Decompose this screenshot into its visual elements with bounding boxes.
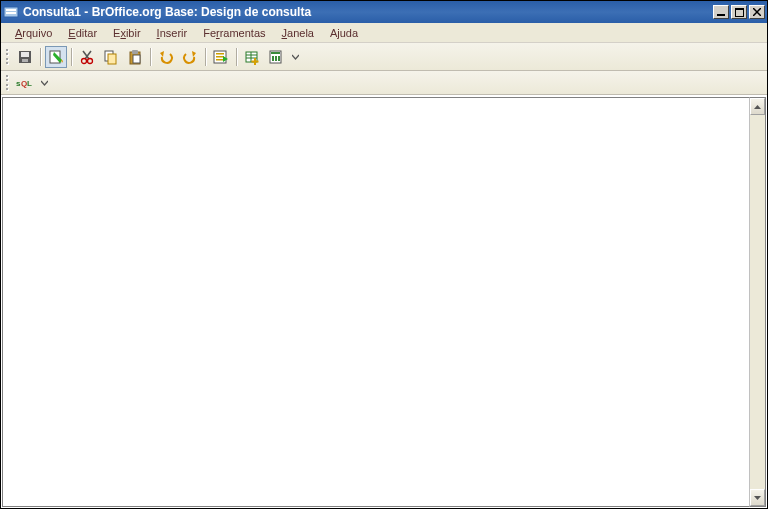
svg-rect-16 bbox=[105, 51, 113, 61]
close-button[interactable] bbox=[749, 5, 765, 19]
redo-button[interactable] bbox=[179, 46, 201, 68]
add-table-icon bbox=[244, 49, 260, 65]
menu-editar[interactable]: Editar bbox=[60, 25, 105, 41]
add-table-button[interactable] bbox=[241, 46, 263, 68]
undo-icon bbox=[158, 49, 174, 65]
svg-rect-2 bbox=[6, 12, 16, 14]
design-canvas[interactable] bbox=[2, 97, 749, 507]
app-icon bbox=[3, 4, 19, 20]
paste-button[interactable] bbox=[124, 46, 146, 68]
svg-rect-17 bbox=[108, 54, 116, 64]
toolbar-overflow-button[interactable] bbox=[290, 46, 300, 68]
cut-button[interactable] bbox=[76, 46, 98, 68]
toolbar-grip[interactable] bbox=[5, 74, 9, 92]
edit-mode-button[interactable] bbox=[45, 46, 67, 68]
menu-ferramentas[interactable]: Ferramentas bbox=[195, 25, 273, 41]
run-sql-direct-button[interactable]: s Q L bbox=[14, 72, 36, 94]
menu-ajuda[interactable]: Ajuda bbox=[322, 25, 366, 41]
sql-toolbar: s Q L bbox=[1, 71, 767, 95]
svg-rect-35 bbox=[278, 56, 280, 61]
run-sql-direct-icon: s Q L bbox=[15, 75, 35, 91]
functions-button[interactable] bbox=[265, 46, 287, 68]
menu-inserir[interactable]: Inserir bbox=[149, 25, 196, 41]
svg-rect-30 bbox=[252, 60, 259, 62]
svg-line-6 bbox=[753, 8, 761, 16]
menubar: Arquivo Editar Exibir Inserir Ferramenta… bbox=[1, 23, 767, 43]
svg-rect-10 bbox=[22, 59, 28, 62]
save-icon bbox=[17, 49, 33, 65]
redo-icon bbox=[182, 49, 198, 65]
window-title: Consulta1 - BrOffice.org Base: Design de… bbox=[23, 5, 711, 19]
minimize-button[interactable] bbox=[713, 5, 729, 19]
edit-mode-icon bbox=[48, 49, 64, 65]
svg-rect-32 bbox=[271, 52, 280, 54]
svg-rect-24 bbox=[216, 59, 224, 61]
svg-rect-34 bbox=[275, 56, 277, 61]
toolbar-separator bbox=[150, 48, 151, 66]
run-query-button[interactable] bbox=[210, 46, 232, 68]
svg-point-15 bbox=[88, 58, 93, 63]
query-design-area bbox=[1, 95, 767, 508]
copy-icon bbox=[103, 49, 119, 65]
toolbar-separator bbox=[236, 48, 237, 66]
toolbar-separator bbox=[205, 48, 206, 66]
svg-rect-23 bbox=[216, 56, 224, 58]
svg-rect-4 bbox=[735, 8, 743, 16]
vertical-scrollbar[interactable] bbox=[749, 97, 766, 507]
menu-janela[interactable]: Janela bbox=[274, 25, 322, 41]
svg-text:Q: Q bbox=[21, 79, 27, 88]
svg-line-13 bbox=[85, 51, 91, 59]
svg-rect-20 bbox=[133, 55, 140, 63]
svg-rect-21 bbox=[214, 51, 226, 63]
functions-icon bbox=[268, 49, 284, 65]
svg-rect-5 bbox=[735, 8, 744, 10]
svg-rect-19 bbox=[132, 50, 138, 54]
maximize-button[interactable] bbox=[731, 5, 747, 19]
scroll-up-button[interactable] bbox=[750, 98, 765, 115]
chevron-down-icon bbox=[41, 78, 48, 88]
toolbar-separator bbox=[71, 48, 72, 66]
save-button[interactable] bbox=[14, 46, 36, 68]
toolbar-grip[interactable] bbox=[5, 48, 9, 66]
svg-rect-29 bbox=[254, 58, 256, 65]
chevron-down-icon bbox=[292, 52, 299, 62]
toolbar-separator bbox=[40, 48, 41, 66]
svg-rect-22 bbox=[216, 53, 224, 55]
svg-rect-1 bbox=[6, 9, 16, 11]
chevron-down-icon bbox=[754, 496, 761, 500]
svg-line-7 bbox=[753, 8, 761, 16]
cut-icon bbox=[79, 49, 95, 65]
svg-rect-9 bbox=[21, 52, 29, 57]
menu-exibir[interactable]: Exibir bbox=[105, 25, 149, 41]
svg-point-14 bbox=[82, 58, 87, 63]
svg-rect-3 bbox=[717, 14, 725, 16]
svg-rect-8 bbox=[19, 51, 31, 63]
run-query-icon bbox=[213, 49, 229, 65]
titlebar: Consulta1 - BrOffice.org Base: Design de… bbox=[1, 1, 767, 23]
scroll-down-button[interactable] bbox=[750, 489, 765, 506]
copy-button[interactable] bbox=[100, 46, 122, 68]
menu-arquivo[interactable]: Arquivo bbox=[7, 25, 60, 41]
main-toolbar bbox=[1, 43, 767, 71]
undo-button[interactable] bbox=[155, 46, 177, 68]
svg-rect-0 bbox=[4, 7, 18, 17]
svg-text:s: s bbox=[16, 79, 21, 88]
svg-rect-31 bbox=[270, 51, 281, 63]
svg-line-12 bbox=[83, 51, 89, 59]
toolbar-overflow-button[interactable] bbox=[39, 72, 49, 94]
window-controls bbox=[711, 5, 765, 19]
svg-rect-18 bbox=[130, 52, 140, 64]
svg-rect-11 bbox=[50, 51, 60, 63]
scroll-track[interactable] bbox=[750, 115, 765, 489]
svg-text:L: L bbox=[27, 79, 32, 88]
svg-rect-25 bbox=[246, 52, 257, 62]
paste-icon bbox=[127, 49, 143, 65]
svg-rect-33 bbox=[272, 56, 274, 61]
chevron-up-icon bbox=[754, 105, 761, 109]
